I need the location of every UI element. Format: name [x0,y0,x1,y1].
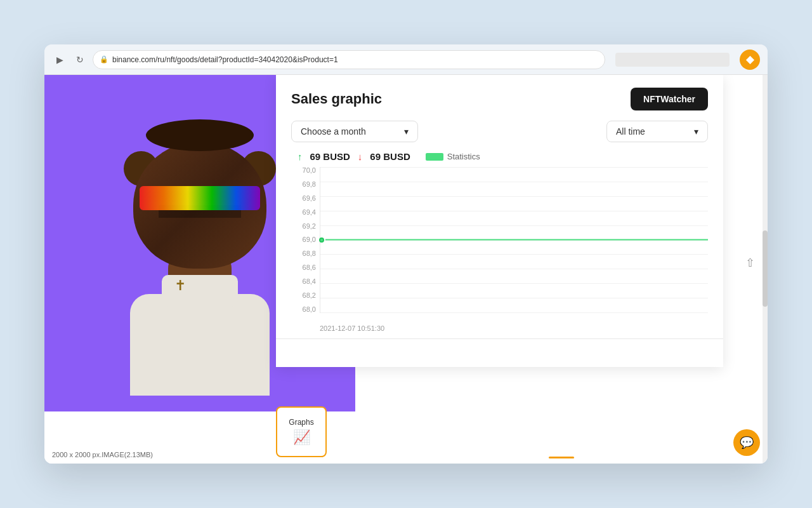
graphs-tab[interactable]: Graphs 📈 [276,406,327,457]
y-label-7: 68,8 [303,250,316,257]
y-label-11: 68,0 [303,306,316,313]
time-dropdown[interactable]: All time ▾ [606,121,708,142]
chart-svg [320,167,708,312]
grid-line-11 [320,312,708,313]
y-label-2: 69,8 [303,181,316,188]
monkey-hair [146,119,254,151]
monkey-body [130,294,270,396]
stat-up-arrow: ↑ [298,151,303,162]
month-dropdown-chevron: ▾ [404,126,409,137]
nft-watcher-button[interactable]: NFTWatcher [631,88,708,110]
legend-color-swatch [426,153,443,161]
legend-item: Statistics [426,152,480,161]
chat-button[interactable]: 💬 [733,429,760,456]
url-text: binance.com/ru/nft/goods/detail?productI… [112,55,338,64]
rainbow-glasses [140,186,260,210]
chart-y-axis: 70,0 69,8 69,6 69,4 69,2 69,0 68,8 68,6 … [291,167,320,313]
month-dropdown[interactable]: Choose a month ▾ [291,121,418,142]
chart-area [320,167,708,313]
panel-divider [276,338,723,339]
stat-down-arrow: ↓ [358,151,363,162]
y-label-6: 69,0 [303,236,316,243]
bottom-indicator [549,457,574,458]
chat-icon: 💬 [740,436,754,450]
panel-header: Sales graphic NFTWatcher [291,88,708,110]
refresh-button[interactable]: ↻ [72,52,88,67]
graphs-tab-label: Graphs [289,418,313,427]
browser-content: ✝ 2000 x 2000 px.IMAGE(2.13MB) Sales gra… [44,75,768,464]
scrollbar-thumb[interactable] [763,231,768,307]
chart-data-dot [319,237,324,243]
y-label-5: 69,2 [303,223,316,230]
month-dropdown-label: Choose a month [301,126,366,137]
legend-label: Statistics [447,152,480,161]
sales-panel: Sales graphic NFTWatcher Choose a month … [276,75,723,367]
cross-earring: ✝ [174,277,186,294]
y-label-10: 68,2 [303,292,316,299]
browser-window: ▶ ↻ 🔒 binance.com/ru/nft/goods/detail?pr… [44,44,768,464]
monkey-figure: ✝ [111,91,289,396]
image-dimensions: 2000 x 2000 px.IMAGE(2.13MB) [52,451,153,458]
x-axis-label: 2021-12-07 10:51:30 [320,324,384,332]
page-content: ✝ 2000 x 2000 px.IMAGE(2.13MB) Sales gra… [44,75,768,464]
y-label-1: 70,0 [303,167,316,174]
share-button[interactable]: ⇧ [740,253,760,273]
controls-row: Choose a month ▾ All time ▾ [291,121,708,142]
stat-up-value: 69 BUSD [310,151,350,162]
time-dropdown-label: All time [616,126,645,137]
panel-title: Sales graphic [291,91,382,107]
stat-down-value: 69 BUSD [370,151,410,162]
browser-toolbar: ▶ ↻ 🔒 binance.com/ru/nft/goods/detail?pr… [44,44,768,75]
address-bar: 🔒 binance.com/ru/nft/goods/detail?produc… [93,50,605,69]
time-dropdown-chevron: ▾ [694,126,698,137]
monkey-head [133,142,266,269]
chart-container: 70,0 69,8 69,6 69,4 69,2 69,0 68,8 68,6 … [291,167,708,332]
stats-row: ↑ 69 BUSD ↓ 69 BUSD Statistics [291,151,708,162]
extension-icon[interactable]: ◆ [740,50,760,70]
y-label-8: 68,6 [303,264,316,271]
extension-area [615,53,730,67]
y-label-4: 69,4 [303,209,316,216]
bottom-bar [355,451,768,464]
back-button[interactable]: ▶ [52,52,67,67]
y-label-3: 69,6 [303,195,316,202]
y-label-9: 68,4 [303,278,316,285]
scrollbar[interactable] [763,75,768,464]
graphs-icon: 📈 [293,429,310,446]
lock-icon: 🔒 [100,55,108,64]
monkey-collar [162,275,238,307]
